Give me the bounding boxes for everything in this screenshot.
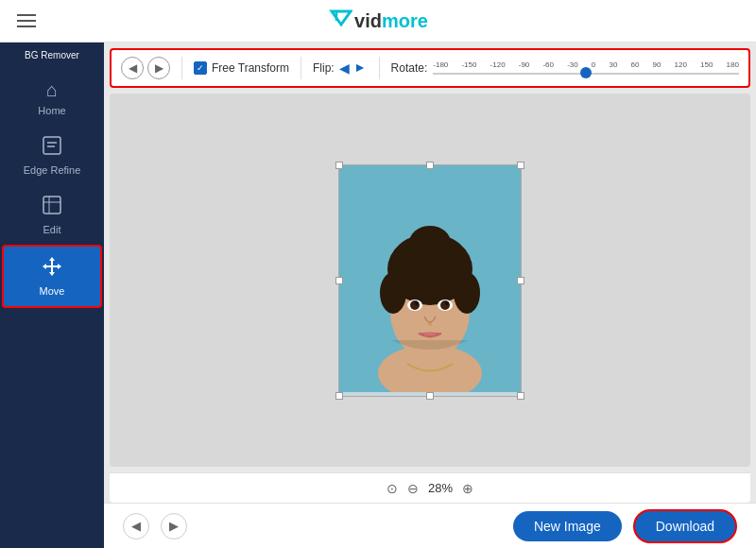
next-button[interactable]: ▶: [161, 513, 187, 539]
move-icon: [42, 256, 62, 282]
zoom-reset-icon[interactable]: ⊙: [387, 481, 398, 496]
download-button[interactable]: Download: [633, 509, 737, 543]
free-transform-label: Free Transform: [212, 61, 289, 75]
sidebar-item-home[interactable]: ⌂ Home: [0, 70, 104, 126]
logo-icon: [328, 8, 352, 34]
redo-button[interactable]: ▶: [147, 57, 170, 79]
toolbar-nav: ◀ ▶: [121, 57, 170, 79]
svg-marker-12: [43, 264, 46, 269]
toolbar: ◀ ▶ ✓ Free Transform Flip: ◀ ▲ Rotate: -…: [110, 48, 750, 88]
edit-icon: [42, 195, 62, 220]
svg-point-27: [445, 301, 449, 305]
edge-refine-icon: [42, 135, 62, 161]
image-container[interactable]: [338, 164, 522, 397]
handle-top-right[interactable]: [517, 162, 524, 169]
zoom-in-icon[interactable]: ⊕: [462, 481, 473, 496]
logo-more: more: [382, 10, 428, 31]
svg-point-26: [415, 301, 419, 305]
flip-label: Flip:: [313, 61, 335, 75]
rotate-slider-track[interactable]: [433, 72, 739, 76]
logo-vid: vid: [354, 10, 382, 31]
svg-marker-13: [58, 264, 61, 269]
svg-point-25: [440, 300, 450, 310]
svg-point-24: [410, 300, 420, 310]
handle-bottom-right[interactable]: [517, 392, 524, 400]
sidebar-item-edit[interactable]: Edit: [0, 185, 104, 245]
undo-button[interactable]: ◀: [121, 57, 144, 79]
header: vidmore: [0, 0, 756, 43]
home-icon: ⌂: [46, 79, 58, 101]
sidebar-item-move[interactable]: Move: [2, 245, 102, 308]
toolbar-divider-3: [379, 57, 380, 79]
sidebar-label-home: Home: [38, 105, 65, 116]
new-image-button[interactable]: New Image: [513, 511, 622, 541]
svg-rect-16: [396, 354, 464, 392]
rotate-slider-thumb[interactable]: [580, 67, 592, 78]
handle-middle-right[interactable]: [517, 277, 524, 284]
toolbar-divider-1: [181, 57, 182, 79]
bottom-bar: ◀ ▶ New Image Download: [104, 503, 756, 548]
hamburger-menu[interactable]: [17, 14, 36, 27]
handle-middle-left[interactable]: [335, 277, 343, 284]
sidebar-label-edge-refine: Edge Refine: [24, 164, 81, 176]
flip-section: Flip: ◀ ▲: [313, 60, 368, 76]
zoom-bar: ⊙ ⊖ 28% ⊕: [110, 472, 750, 503]
rotate-section: Rotate: -180-150-120-90-60-3003060901201…: [391, 60, 739, 76]
svg-point-21: [454, 272, 480, 314]
free-transform-toggle[interactable]: ✓ Free Transform: [194, 61, 289, 75]
free-transform-checkbox[interactable]: ✓: [194, 61, 207, 75]
toolbar-divider-2: [301, 57, 301, 79]
svg-rect-2: [43, 137, 60, 154]
zoom-value: 28%: [428, 481, 453, 495]
main-layout: BG Remover ⌂ Home Edge Refine: [0, 43, 756, 548]
prev-button[interactable]: ◀: [123, 513, 149, 539]
sidebar: BG Remover ⌂ Home Edge Refine: [0, 43, 104, 548]
handle-top-middle[interactable]: [426, 162, 434, 169]
sidebar-item-edge-refine[interactable]: Edge Refine: [0, 126, 104, 185]
flip-horizontal-button[interactable]: ◀: [339, 60, 350, 76]
rotate-label: Rotate:: [391, 61, 428, 75]
svg-marker-11: [49, 272, 55, 276]
flip-vertical-button[interactable]: ▲: [353, 61, 369, 75]
handle-top-left[interactable]: [335, 162, 343, 169]
svg-point-19: [409, 226, 451, 260]
svg-point-20: [380, 272, 406, 314]
handle-bottom-middle[interactable]: [426, 392, 434, 400]
handle-bottom-left[interactable]: [335, 392, 343, 400]
content-area: ◀ ▶ ✓ Free Transform Flip: ◀ ▲ Rotate: -…: [104, 43, 756, 548]
svg-marker-0: [332, 11, 351, 25]
logo-text: vidmore: [354, 10, 428, 32]
zoom-out-icon[interactable]: ⊖: [407, 481, 419, 496]
svg-marker-10: [49, 257, 55, 261]
subject-image: [339, 165, 521, 392]
sidebar-brand: BG Remover: [21, 50, 83, 60]
sidebar-label-edit: Edit: [43, 224, 61, 235]
svg-rect-5: [43, 197, 60, 214]
logo: vidmore: [328, 8, 428, 34]
sidebar-label-move: Move: [40, 285, 65, 297]
canvas-area: [110, 94, 750, 467]
